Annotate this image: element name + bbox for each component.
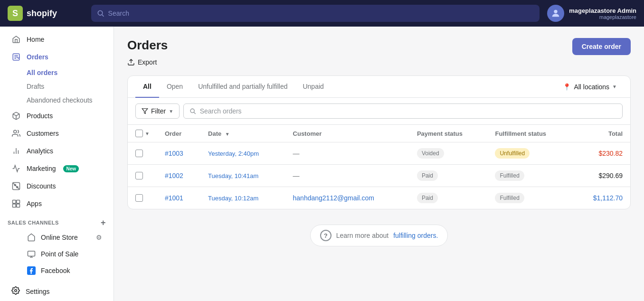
sidebar-home-label: Home: [27, 36, 44, 43]
tabs: All Open Unfulfilled and partially fulfi…: [135, 76, 331, 97]
user-store: mageplazastore: [569, 14, 636, 20]
sidebar-item-settings[interactable]: Settings: [4, 282, 110, 300]
sidebar-channel-facebook[interactable]: Facebook: [4, 263, 110, 279]
orders-card: All Open Unfulfilled and partially fulfi…: [127, 75, 631, 209]
row-checkbox[interactable]: [135, 172, 143, 179]
facebook-icon: [27, 266, 36, 275]
customer-dash: —: [293, 172, 300, 179]
sidebar-apps-label: Apps: [27, 200, 42, 207]
row-total: $1,112.70: [573, 187, 630, 209]
svg-rect-17: [13, 200, 16, 204]
sales-channels-header: SALES CHANNELS +: [0, 213, 114, 229]
analytics-icon: [11, 146, 21, 156]
sidebar-item-orders[interactable]: Orders: [4, 48, 110, 66]
fulfillment-status-badge: Fulfilled: [495, 170, 524, 181]
location-chevron-icon: ▼: [612, 84, 617, 89]
logo[interactable]: S shopify: [8, 6, 84, 21]
sidebar-item-apps[interactable]: Apps: [4, 195, 110, 212]
row-checkbox[interactable]: [135, 194, 143, 202]
select-dropdown-icon[interactable]: ▼: [145, 131, 150, 136]
sidebar-item-marketing[interactable]: Marketing New: [4, 160, 110, 177]
add-sales-channel-button[interactable]: +: [101, 218, 106, 227]
sidebar: Home Orders All orders Drafts Abandoned …: [0, 27, 114, 301]
sidebar-customers-label: Customers: [27, 130, 59, 137]
apps-icon: [11, 199, 21, 208]
filter-icon: [142, 108, 148, 114]
table-row: #1002 Tuesday, 10:41am — Paid Fulfilled …: [128, 165, 630, 187]
fulfilling-orders-link[interactable]: fulfilling orders.: [393, 232, 438, 239]
search-orders-input[interactable]: [200, 107, 616, 115]
sidebar-analytics-label: Analytics: [27, 147, 53, 155]
user-name: mageplazastore Admin: [569, 7, 636, 14]
create-order-button[interactable]: Create order: [572, 38, 631, 55]
orders-table: ▼ Order Date ▼ Customer Payment status F…: [128, 125, 630, 209]
sidebar-item-discounts[interactable]: Discounts: [4, 178, 110, 195]
help-icon: ?: [320, 230, 331, 241]
avatar: [547, 5, 564, 22]
page-title-area: Orders Export: [127, 38, 168, 68]
sidebar-item-products[interactable]: Products: [4, 107, 110, 124]
orders-icon: [11, 52, 21, 62]
order-link[interactable]: #1001: [165, 194, 183, 202]
sidebar-subitem-drafts[interactable]: Drafts: [4, 80, 110, 93]
search-input[interactable]: [108, 9, 534, 17]
sidebar-item-home[interactable]: Home: [4, 31, 110, 48]
customers-icon: [11, 129, 21, 138]
row-payment-status: Paid: [409, 187, 488, 209]
row-fulfillment-status: Fulfilled: [487, 187, 572, 209]
row-order: #1003: [157, 142, 200, 165]
row-order: #1001: [157, 187, 200, 209]
marketing-icon: [11, 164, 21, 173]
row-checkbox-cell: [128, 165, 157, 187]
svg-rect-18: [17, 200, 20, 204]
col-fulfillment-status: Fulfillment status: [487, 125, 572, 142]
user-menu[interactable]: mageplazastore Admin mageplazastore: [547, 5, 636, 22]
svg-point-25: [15, 290, 17, 292]
col-date[interactable]: Date ▼: [200, 125, 285, 142]
tab-unfulfilled[interactable]: Unfulfilled and partially fulfilled: [190, 76, 295, 98]
row-checkbox[interactable]: [135, 150, 143, 157]
sidebar-products-label: Products: [27, 112, 53, 120]
logo-text: shopify: [27, 9, 57, 19]
row-fulfillment-status: Unfulfilled: [487, 142, 572, 165]
tab-unpaid[interactable]: Unpaid: [295, 76, 331, 98]
shopify-logo-icon: S: [8, 6, 23, 21]
sidebar-subitem-all-orders[interactable]: All orders: [4, 66, 110, 79]
svg-text:S: S: [12, 9, 18, 18]
customer-email[interactable]: hanhdang2112@gmail.com: [293, 194, 374, 202]
sidebar-subitem-abandoned[interactable]: Abandoned checkouts: [4, 94, 110, 107]
export-button[interactable]: Export: [127, 56, 157, 68]
settings-icon: [11, 286, 20, 296]
search-orders-bar[interactable]: [183, 103, 623, 119]
learn-more-box: ? Learn more about fulfilling orders.: [310, 225, 448, 246]
filter-button[interactable]: Filter ▼: [135, 103, 180, 119]
sidebar-orders-label: Orders: [27, 53, 48, 61]
export-icon: [127, 58, 135, 66]
order-link[interactable]: #1003: [165, 150, 183, 157]
search-icon: [97, 9, 104, 17]
sidebar-channel-point-of-sale[interactable]: Point of Sale: [4, 246, 110, 262]
sidebar-channel-online-store[interactable]: Online Store ⚙: [4, 229, 110, 245]
tab-open[interactable]: Open: [159, 76, 190, 98]
location-filter[interactable]: 📍 All locations ▼: [557, 79, 623, 94]
online-store-settings-icon: ⚙: [96, 234, 102, 241]
select-all-checkbox[interactable]: [135, 130, 143, 137]
marketing-new-badge: New: [63, 165, 79, 172]
home-icon: [11, 35, 21, 44]
row-checkbox-cell: [128, 187, 157, 209]
order-date: Tuesday, 10:12am: [208, 195, 258, 202]
location-pin-icon: 📍: [563, 83, 571, 91]
user-info: mageplazastore Admin mageplazastore: [569, 7, 636, 20]
row-date: Tuesday, 10:12am: [200, 187, 285, 209]
search-bar[interactable]: [91, 5, 540, 22]
sidebar-item-analytics[interactable]: Analytics: [4, 142, 110, 160]
products-icon: [11, 111, 21, 121]
order-link[interactable]: #1002: [165, 172, 183, 179]
tab-all[interactable]: All: [135, 76, 159, 98]
select-all-header: ▼: [128, 125, 157, 142]
sidebar-item-customers[interactable]: Customers: [4, 125, 110, 142]
col-order: Order: [157, 125, 200, 142]
col-total: Total: [573, 125, 630, 142]
sidebar-marketing-label: Marketing: [27, 165, 56, 172]
payment-status-badge: Paid: [417, 170, 438, 181]
